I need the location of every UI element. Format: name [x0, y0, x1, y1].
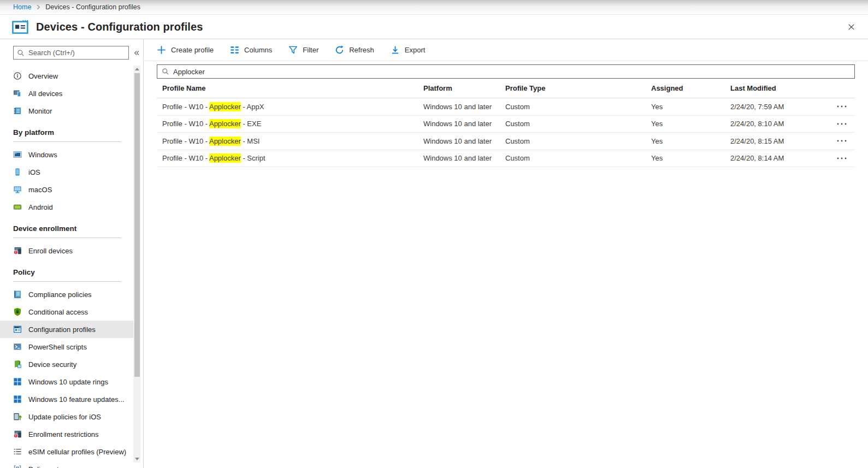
scroll-up-arrow[interactable] — [133, 66, 140, 73]
close-icon[interactable] — [845, 21, 857, 33]
sidebar-item-label: Compliance policies — [28, 291, 92, 299]
assigned-cell: Yes — [651, 103, 730, 111]
enroll-devices-icon — [13, 246, 22, 255]
sidebar-section-policy: Policy — [13, 263, 121, 282]
profile-type-cell: Custom — [505, 137, 651, 145]
columns-button[interactable]: Columns — [230, 45, 272, 55]
sidebar-item-label: Enroll devices — [28, 247, 73, 255]
toolbar-button-label: Filter — [303, 46, 318, 54]
export-button[interactable]: Export — [391, 45, 426, 55]
sidebar-item-windows-10-update-rings[interactable]: Windows 10 update rings — [0, 373, 134, 390]
sidebar-item-compliance-policies[interactable]: Compliance policies — [0, 286, 134, 303]
sidebar-item-label: Configuration profiles — [28, 325, 96, 334]
profile-type-cell: Custom — [505, 154, 651, 162]
profile-filter-box — [157, 64, 855, 79]
search-highlight: Applocker — [209, 153, 241, 163]
table-row[interactable]: Profile - W10 - Applocker - EXEWindows 1… — [157, 116, 855, 133]
sidebar-item-label: Overview — [28, 72, 58, 80]
last-modified-cell: 2/24/20, 8:15 AM — [730, 137, 823, 145]
device-security-icon — [13, 360, 22, 369]
sidebar-item-label: Windows 10 update rings — [28, 378, 108, 386]
sidebar-item-macos[interactable]: macOS — [0, 181, 134, 198]
macos-icon — [13, 185, 22, 194]
sidebar-search-input[interactable] — [28, 49, 125, 57]
sidebar-item-monitor[interactable]: Monitor — [0, 102, 134, 120]
row-context-menu-button[interactable] — [836, 137, 855, 145]
sidebar-section-by-platform: By platform — [13, 123, 121, 142]
command-bar: Create profileColumnsFilterRefreshExport — [144, 39, 868, 61]
sidebar-item-enroll-devices[interactable]: Enroll devices — [0, 242, 134, 259]
configuration-profiles-icon — [13, 325, 22, 334]
column-header-profile-type[interactable]: Profile Type — [505, 84, 651, 92]
sidebar-item-enrollment-restrictions[interactable]: Enrollment restrictions — [0, 425, 134, 443]
refresh-button[interactable]: Refresh — [335, 45, 374, 55]
monitor-icon — [13, 106, 22, 115]
scroll-down-arrow[interactable] — [133, 455, 140, 463]
sidebar-item-esim-cellular-profiles-preview[interactable]: eSIM cellular profiles (Preview) — [0, 443, 134, 460]
row-context-menu-button[interactable] — [836, 155, 855, 162]
title-bar: Devices - Configuration profiles — [0, 15, 868, 39]
chevron-right-icon — [34, 3, 42, 11]
double-chevron-left-icon[interactable] — [130, 46, 143, 60]
profile-filter-input[interactable] — [173, 68, 850, 76]
enrollment-restrictions-icon — [13, 430, 22, 439]
column-header-platform[interactable]: Platform — [423, 84, 505, 92]
table-row[interactable]: Profile - W10 - Applocker - AppXWindows … — [157, 98, 855, 116]
assigned-cell: Yes — [651, 154, 730, 162]
profile-name-cell: Profile - W10 - Applocker - AppX — [157, 103, 423, 111]
toolbar-button-label: Create profile — [171, 46, 214, 54]
profile-name-cell: Profile - W10 - Applocker - Script — [157, 154, 423, 162]
sidebar-item-label: Conditional access — [28, 308, 88, 316]
platform-cell: Windows 10 and later — [423, 137, 505, 145]
sidebar-item-label: Update policies for iOS — [28, 413, 101, 421]
platform-cell: Windows 10 and later — [423, 154, 505, 162]
assigned-cell: Yes — [651, 120, 730, 128]
sidebar-item-powershell-scripts[interactable]: PowerShell scripts — [0, 338, 134, 356]
sidebar-item-overview[interactable]: Overview — [0, 67, 134, 85]
toolbar-button-label: Columns — [244, 46, 272, 54]
compliance-policies-icon — [13, 290, 22, 299]
breadcrumb: Home Devices - Configuration profiles — [0, 0, 868, 15]
filter-button[interactable]: Filter — [288, 45, 318, 55]
row-context-menu-button[interactable] — [836, 120, 855, 128]
profile-name-cell: Profile - W10 - Applocker - EXE — [157, 120, 423, 128]
sidebar-item-conditional-access[interactable]: Conditional access — [0, 303, 134, 321]
column-header-profile-name[interactable]: Profile Name — [157, 84, 423, 92]
sidebar-item-label: Windows — [28, 151, 57, 159]
create-profile-button[interactable]: Create profile — [157, 45, 214, 55]
sidebar-item-label: PowerShell scripts — [28, 343, 87, 351]
sidebar-scrollbar[interactable] — [133, 66, 140, 463]
conditional-access-icon — [13, 307, 22, 316]
scrollbar-thumb[interactable] — [134, 73, 140, 377]
platform-cell: Windows 10 and later — [423, 120, 505, 128]
sidebar-item-label: iOS — [28, 168, 40, 176]
column-header-assigned[interactable]: Assigned — [651, 84, 730, 92]
android-icon — [13, 203, 22, 211]
toolbar-button-label: Refresh — [349, 46, 374, 54]
last-modified-cell: 2/24/20, 8:14 AM — [730, 154, 823, 162]
breadcrumb-home-link[interactable]: Home — [13, 3, 31, 11]
policy-sets-icon — [13, 465, 22, 468]
sidebar-item-windows[interactable]: Windows — [0, 146, 134, 163]
sidebar-section-device-enrollment: Device enrollment — [13, 219, 121, 238]
windows-icon — [13, 150, 22, 159]
row-context-menu-button[interactable] — [836, 103, 855, 110]
all-devices-icon — [13, 89, 22, 98]
sidebar-item-configuration-profiles[interactable]: Configuration profiles — [0, 321, 134, 338]
sidebar-item-update-policies-for-ios[interactable]: Update policies for iOS — [0, 408, 134, 425]
sidebar-item-device-security[interactable]: Device security — [0, 356, 134, 373]
sidebar-item-ios[interactable]: iOS — [0, 163, 134, 181]
sidebar-item-label: All devices — [28, 90, 62, 98]
sidebar-item-label: macOS — [28, 186, 52, 194]
table-header-row: Profile NamePlatformProfile TypeAssigned… — [157, 79, 855, 98]
table-row[interactable]: Profile - W10 - Applocker - ScriptWindow… — [157, 150, 855, 168]
sidebar-item-all-devices[interactable]: All devices — [0, 85, 134, 102]
sidebar-item-android[interactable]: Android — [0, 198, 134, 216]
sidebar-item-windows-10-feature-updates[interactable]: Windows 10 feature updates... — [0, 390, 134, 408]
column-header-last-modified[interactable]: Last Modified — [730, 84, 823, 92]
sidebar-item-policy-sets[interactable]: Policy sets — [0, 460, 134, 468]
sidebar-item-label: eSIM cellular profiles (Preview) — [28, 448, 126, 456]
table-row[interactable]: Profile - W10 - Applocker - MSIWindows 1… — [157, 133, 855, 150]
filter-icon — [288, 45, 298, 55]
sidebar-item-label: Policy sets — [28, 465, 62, 468]
